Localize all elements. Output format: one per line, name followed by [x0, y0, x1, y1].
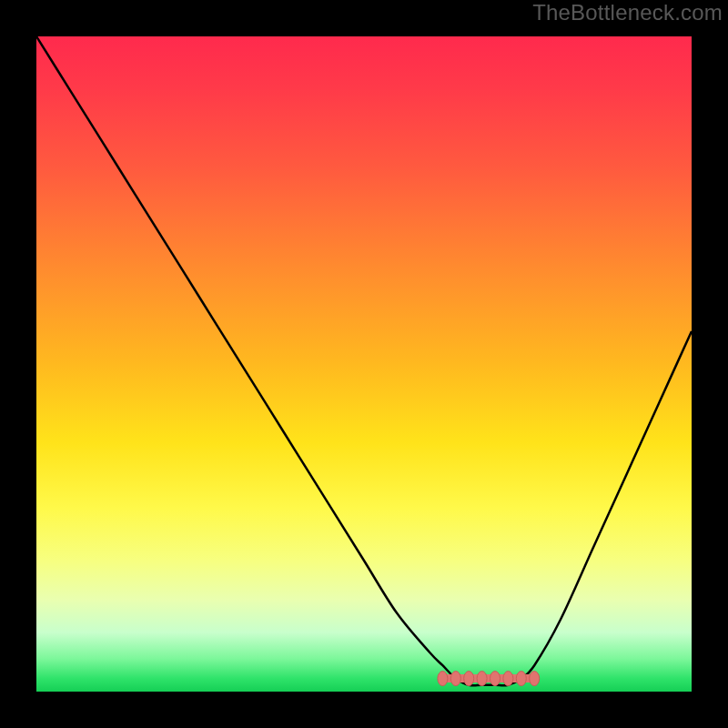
plot-area	[36, 36, 692, 692]
flat-marker	[516, 672, 526, 686]
flat-marker	[477, 672, 487, 686]
curve-svg	[36, 36, 692, 692]
chart-frame: TheBottleneck.com	[0, 0, 728, 728]
flat-marker	[490, 672, 500, 686]
flat-marker	[450, 672, 460, 686]
flat-marker	[438, 672, 448, 686]
attribution-text: TheBottleneck.com	[532, 0, 723, 25]
flat-marker	[530, 672, 540, 686]
flat-marker	[503, 672, 513, 686]
flat-marker	[464, 672, 474, 686]
bottleneck-curve	[36, 36, 692, 685]
